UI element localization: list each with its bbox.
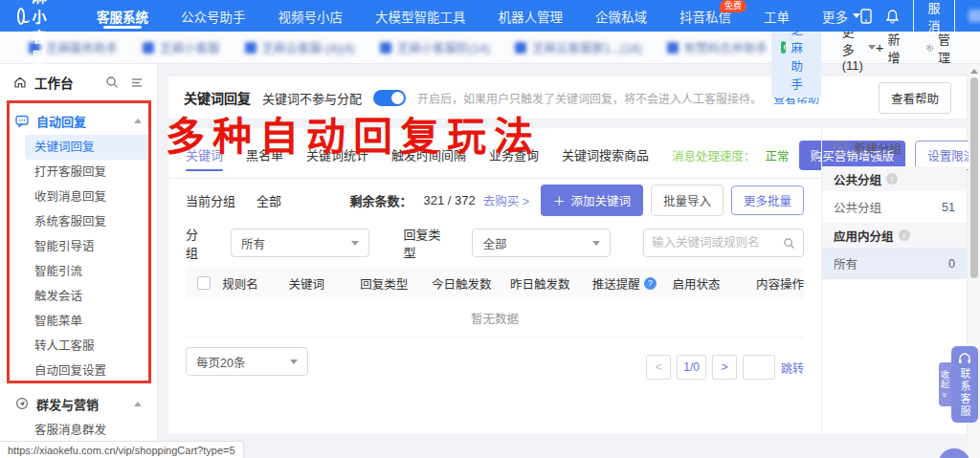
bell-icon[interactable] <box>885 9 900 24</box>
more-batch-button[interactable]: 更多批量 <box>731 185 804 215</box>
add-keyword-button[interactable]: ＋添加关键词 <box>541 185 643 216</box>
nav-item-llm-tools[interactable]: 大模型智能工具 <box>375 0 466 32</box>
public-groups-header: 公共分组 ! <box>822 166 967 191</box>
remaining-count: 321 / 372 <box>423 193 475 207</box>
reply-type-select[interactable]: 全部 <box>472 229 611 257</box>
table-header-row: 规则名 关键词 回复类型 今日触发数 昨日触发数 推送提醒? 启用状态 内容操作 <box>186 267 804 299</box>
prev-page-button[interactable]: < <box>646 355 671 380</box>
kefu-message-button[interactable]: 客服消息 <box>913 0 955 57</box>
pagination: < 1/0 > 跳转 <box>646 355 804 380</box>
go-buy-link[interactable]: 去购买 > <box>483 191 529 209</box>
blurred-app-tab[interactable]: 有赞码合并助手 <box>667 38 768 56</box>
search-icon[interactable] <box>783 237 795 250</box>
next-page-button[interactable]: > <box>712 355 737 380</box>
collapse-widget-button[interactable]: 收起 » <box>939 362 951 406</box>
info-icon[interactable]: ! <box>899 229 910 241</box>
sidebar-item-kefu-mass-send[interactable]: 客服消息群发 <box>25 418 149 443</box>
nav-item-gongdan[interactable]: 工单 <box>764 0 790 32</box>
tab-keyword-stats[interactable]: 关键词统计 <box>306 145 368 174</box>
sidebar-item-system-kefu-reply[interactable]: 系统客服回复 <box>25 209 149 234</box>
sidebar-group-mass-marketing[interactable]: 群发与营销 <box>0 389 157 418</box>
nav-item-qiwei[interactable]: 企微私域 <box>595 0 647 32</box>
sidebar-group-auto-reply[interactable]: 自动回复 <box>0 106 157 135</box>
tab-trigger-interval[interactable]: 触发时间间隔 <box>391 145 466 174</box>
info-icon[interactable]: ! <box>886 173 898 185</box>
scrollbar-thumb[interactable] <box>970 77 978 278</box>
tab-keyword[interactable]: 关键词 <box>186 145 223 174</box>
sidebar-item-smart-drainage[interactable]: 智能引流 <box>25 259 149 284</box>
chevron-up-icon <box>134 119 142 123</box>
free-badge: 免费 <box>720 0 746 12</box>
browser-status-bar: https://xiaokefu.com.cn/vip/shoppingCart… <box>0 441 244 458</box>
keyword-panel-left: 关键词 黑名单 关键词统计 触发时间间隔 业务查询 关键词搜索商品 消息处理速度… <box>168 128 821 434</box>
batch-import-button[interactable]: 批量导入 <box>651 185 724 216</box>
per-page-select[interactable]: 每页20条 <box>186 347 308 376</box>
user-account[interactable]: 7 vip 3 <box>969 9 980 23</box>
group-row-all[interactable]: 所有 0 <box>822 248 967 279</box>
remaining-label: 剩余条数： <box>349 191 412 209</box>
mobile-icon[interactable] <box>860 9 872 24</box>
floating-button-partial[interactable] <box>938 448 970 458</box>
new-group-button[interactable]: + 新建分组 <box>822 128 967 166</box>
col-today-triggers: 今日触发数 <box>432 274 510 293</box>
contact-support-button[interactable]: 联系客服 <box>951 346 978 423</box>
sidebar-item-smart-guide[interactable]: 智能引导语 <box>25 234 149 259</box>
nav-item-robot-mgmt[interactable]: 机器人管理 <box>499 0 564 32</box>
app-favicon <box>667 42 679 54</box>
tab-keyword-product-search[interactable]: 关键词搜索商品 <box>562 145 649 174</box>
nav-item-douyin[interactable]: 抖音私信 免费 <box>679 0 731 32</box>
keyword-search-input[interactable] <box>652 236 783 250</box>
search-icon[interactable] <box>105 76 119 89</box>
app-favicon <box>515 42 526 54</box>
jump-button[interactable]: 跳转 <box>781 360 804 376</box>
workbench-row[interactable]: 工作台 <box>0 64 157 100</box>
nav-item-more[interactable]: 更多 <box>822 0 860 32</box>
toggle-hint-text: 开启后，如果用户只触发了关键词回复，将不会进入人工客服接待。 <box>417 90 762 106</box>
app-tabs-bar: 芝麻服务助手 芝麻小客服 芝麻云客服-(4)(4) 芝麻小客服防(14) 芝麻云… <box>0 32 980 64</box>
col-content-actions: 内容操作 <box>756 274 804 293</box>
nav-item-gongzhonghao[interactable]: 公众号助手 <box>181 0 246 32</box>
top-nav-menu: 客服系统 公众号助手 视频号小店 大模型智能工具 机器人管理 企微私域 抖音私信… <box>97 0 860 32</box>
col-rule-name: 规则名 <box>222 274 288 293</box>
question-circle-icon[interactable]: ? <box>644 277 657 290</box>
menu-list-icon[interactable] <box>130 76 144 89</box>
scrollbar-up-arrow[interactable] <box>970 69 978 74</box>
tab-blacklist[interactable]: 黑名单 <box>246 145 283 174</box>
sidebar-item-keyword-reply[interactable]: 关键词回复 <box>25 135 149 160</box>
col-push-reminder: 推送提醒 <box>592 274 640 293</box>
nav-item-shipinhao[interactable]: 视频号小店 <box>278 0 344 32</box>
plus-circle-icon: + <box>834 141 847 154</box>
col-keyword: 关键词 <box>289 274 361 293</box>
tab-business-query[interactable]: 业务查询 <box>489 145 539 174</box>
nav-item-kefu-system[interactable]: 客服系统 <box>97 0 148 32</box>
toggle-label: 关键词不参与分配 <box>262 89 362 107</box>
sidebar-item-received-msg-reply[interactable]: 收到消息回复 <box>25 185 149 209</box>
sidebar-item-auto-reply-settings[interactable]: 自动回复设置 <box>25 359 149 383</box>
blurred-app-tab[interactable]: 芝麻云客服那1...(18) <box>515 38 642 56</box>
keyword-distribution-toggle[interactable] <box>373 90 406 106</box>
brand-logo[interactable]: 芝麻小客服 <box>17 0 56 66</box>
col-enable-status: 启用状态 <box>673 274 756 293</box>
blurred-app-tab[interactable]: 芝麻小客服防(14) <box>380 38 490 56</box>
current-group-value[interactable]: 全部 <box>256 191 281 209</box>
jump-page-input[interactable] <box>743 355 775 380</box>
select-all-checkbox[interactable] <box>197 276 211 290</box>
sidebar-item-open-kefu-reply[interactable]: 打开客服回复 <box>25 160 149 185</box>
chevron-down-icon <box>290 360 298 364</box>
status-url: https://xiaokefu.com.cn/vip/shoppingCart… <box>8 445 235 456</box>
contact-widget: 收起 » 联系客服 <box>939 346 978 423</box>
blurred-app-tab[interactable]: 芝麻云客服-(4)(4) <box>245 38 355 56</box>
brand-name: 芝麻小客服 <box>32 0 56 66</box>
col-reply-type: 回复类型 <box>360 274 432 293</box>
group-filter-select[interactable]: 所有 <box>231 229 369 257</box>
speed-status-value: 正常 <box>766 146 790 164</box>
group-row-public[interactable]: 公共分组 51 <box>822 191 967 223</box>
sidebar-item-smart-menu[interactable]: 智能菜单 <box>25 309 149 334</box>
chat-bubble-icon <box>15 115 29 127</box>
blurred-app-tab[interactable]: 芝麻小客服 <box>143 38 220 56</box>
sidebar-item-trigger-session[interactable]: 触发会话 <box>25 284 149 309</box>
chevron-down-icon <box>351 241 359 246</box>
main-content-area: 关键词回复 关键词不参与分配 开启后，如果用户只触发了关键词回复，将不会进入人工… <box>158 64 980 458</box>
sidebar-item-transfer-human[interactable]: 转人工客服 <box>25 334 149 359</box>
view-help-button[interactable]: 查看帮助 <box>879 82 951 114</box>
